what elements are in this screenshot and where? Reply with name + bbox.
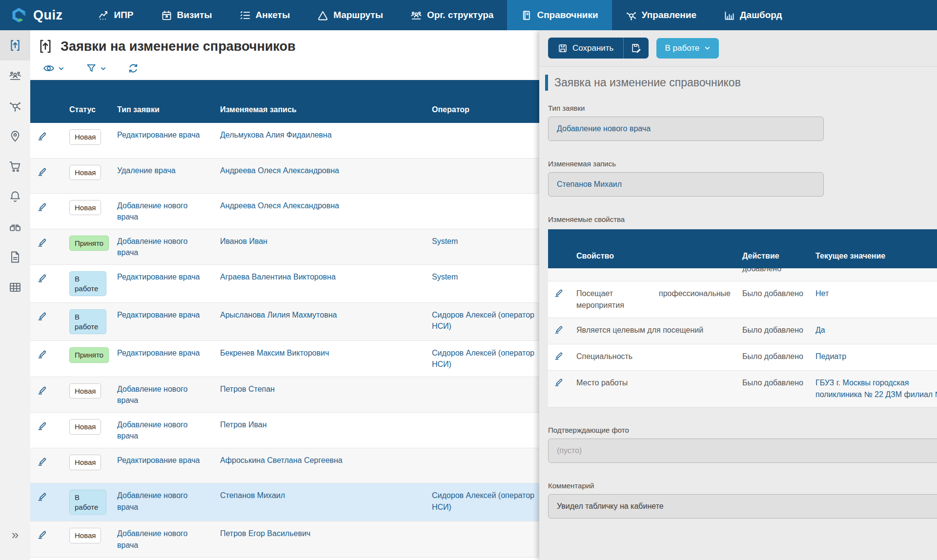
status-cell: Новая xyxy=(62,123,110,158)
sidebar-item-change-requests[interactable] xyxy=(0,30,30,60)
prop-edit-cell xyxy=(548,344,570,370)
edit-pencil-icon[interactable] xyxy=(554,288,564,298)
property-action-cell: Было добавлено xyxy=(736,370,810,407)
edit-pencil-icon[interactable] xyxy=(554,351,564,360)
title-accent-bar xyxy=(545,75,548,91)
edit-pencil-icon[interactable] xyxy=(37,385,47,395)
sidebar-expand-button[interactable]: » xyxy=(12,527,19,542)
sidebar-item-packages[interactable] xyxy=(0,212,30,242)
request-type-cell: Добавление нового врача xyxy=(110,229,213,264)
request-type-cell: Редактирование врача xyxy=(110,341,213,377)
property-row[interactable]: Является целевым для посещений Было доба… xyxy=(548,318,937,344)
property-name-cell: Специальность xyxy=(570,344,736,370)
edit-pencil-icon[interactable] xyxy=(37,420,47,431)
nav-item-ipr[interactable]: ИПР xyxy=(84,0,147,30)
nav-item-visits[interactable]: Визиты xyxy=(147,0,226,30)
operator-cell xyxy=(425,193,542,229)
sidebar-item-network[interactable] xyxy=(0,91,30,121)
team-icon xyxy=(8,69,22,82)
property-row[interactable]: Специальность Было добавлено Педиатр xyxy=(548,344,937,370)
edit-pencil-icon[interactable] xyxy=(37,349,47,359)
org-people-icon xyxy=(410,9,422,21)
app-logo[interactable]: Quiz xyxy=(0,7,84,23)
nav-label: Анкеты xyxy=(256,10,290,20)
comment-field[interactable]: Увидел табличку на кабинете xyxy=(548,494,937,519)
property-value-cell: Нет xyxy=(810,281,937,318)
sidebar-item-locations[interactable] xyxy=(0,121,30,151)
row-edit-cell xyxy=(30,413,62,448)
status-cell: Новая xyxy=(62,448,110,483)
nav-item-dashboard[interactable]: Дашборд xyxy=(710,0,795,30)
operator-cell: System xyxy=(425,229,542,264)
status-dropdown-button[interactable]: В работе xyxy=(656,38,719,59)
nav-item-org-structure[interactable]: Орг. структура xyxy=(397,0,508,30)
status-badge: Новая xyxy=(69,129,101,145)
request-type-cell: Добавление нового врача xyxy=(110,413,213,448)
request-type-cell: Удаление врача xyxy=(110,158,213,193)
request-type-cell: Добавление нового врача xyxy=(110,483,213,521)
nav-label: Справочники xyxy=(537,10,598,20)
book-icon xyxy=(521,10,532,21)
row-edit-cell xyxy=(30,483,62,521)
photos-field[interactable]: (пусто) xyxy=(548,439,937,463)
status-cell: Новая xyxy=(62,158,110,193)
sidebar-item-team[interactable] xyxy=(0,60,30,91)
view-settings-button[interactable] xyxy=(43,62,64,74)
row-edit-cell xyxy=(30,265,62,303)
edit-pencil-icon[interactable] xyxy=(37,529,47,540)
edit-pencil-icon[interactable] xyxy=(37,273,47,283)
request-type-cell: Добавление нового врача xyxy=(110,557,213,560)
edit-pencil-icon[interactable] xyxy=(37,201,47,212)
prop-edit-cell xyxy=(548,281,570,318)
prop-edit-cell xyxy=(548,318,570,344)
document-icon xyxy=(8,250,22,264)
edit-pencil-icon[interactable] xyxy=(37,166,47,177)
operator-cell xyxy=(425,413,542,448)
app-name: Quiz xyxy=(33,8,63,23)
record-cell: Степанов Михаил xyxy=(213,483,425,521)
filter-button[interactable] xyxy=(86,63,106,74)
column-header-operator: Оператор xyxy=(425,80,542,123)
row-edit-cell xyxy=(30,123,62,158)
edit-pencil-icon[interactable] xyxy=(37,237,47,247)
record-field[interactable]: Степанов Михаил xyxy=(548,172,824,197)
property-row[interactable]: Посещает профессиональные мероприятия Бы… xyxy=(548,281,937,318)
change-request-icon xyxy=(8,39,22,52)
edit-pencil-icon[interactable] xyxy=(37,456,47,466)
record-cell: Петров Степан xyxy=(213,377,425,412)
nav-item-directories[interactable]: Справочники xyxy=(507,0,611,30)
prop-header-edit xyxy=(548,229,570,268)
column-header-record: Изменяемая запись xyxy=(213,80,425,123)
edit-pencil-icon[interactable] xyxy=(554,377,564,387)
refresh-button[interactable] xyxy=(128,63,139,74)
edit-pencil-icon[interactable] xyxy=(37,131,47,141)
save-and-edit-button[interactable] xyxy=(623,38,649,59)
nav-item-routes[interactable]: Маршруты xyxy=(304,0,397,30)
refresh-icon xyxy=(128,63,139,74)
nav-item-management[interactable]: Управление xyxy=(612,0,710,30)
sidebar-item-documents[interactable] xyxy=(0,242,30,272)
operator-cell: Сидоров Алексей (оператор НСИ) xyxy=(425,303,542,341)
status-badge: Принято xyxy=(69,347,109,363)
sidebar-item-cart[interactable] xyxy=(0,151,30,181)
save-button[interactable]: Сохранить xyxy=(548,38,623,59)
comment-label: Комментарий xyxy=(548,481,937,490)
request-type-field[interactable]: Добавление нового врача xyxy=(548,117,824,141)
edit-pencil-icon[interactable] xyxy=(37,311,47,321)
save-split-button: Сохранить xyxy=(548,38,649,59)
column-header-status: Статус xyxy=(62,80,110,123)
location-pin-icon xyxy=(8,129,22,143)
nav-item-surveys[interactable]: Анкеты xyxy=(226,0,304,30)
sidebar-item-tables[interactable] xyxy=(0,272,30,302)
status-badge: В работе xyxy=(69,309,106,334)
chevron-down-icon xyxy=(704,45,711,51)
status-badge: Новая xyxy=(69,528,101,543)
network-icon xyxy=(8,99,22,113)
nav-label: ИПР xyxy=(114,10,134,20)
scrolled-partial-row: добавлено xyxy=(548,268,937,281)
sidebar-item-notifications[interactable] xyxy=(0,181,30,212)
edit-pencil-icon[interactable] xyxy=(37,491,47,501)
property-row[interactable]: Место работы Было добавлено ГБУЗ г. Моск… xyxy=(548,370,937,407)
status-badge: Новая xyxy=(69,200,101,216)
edit-pencil-icon[interactable] xyxy=(554,324,564,334)
